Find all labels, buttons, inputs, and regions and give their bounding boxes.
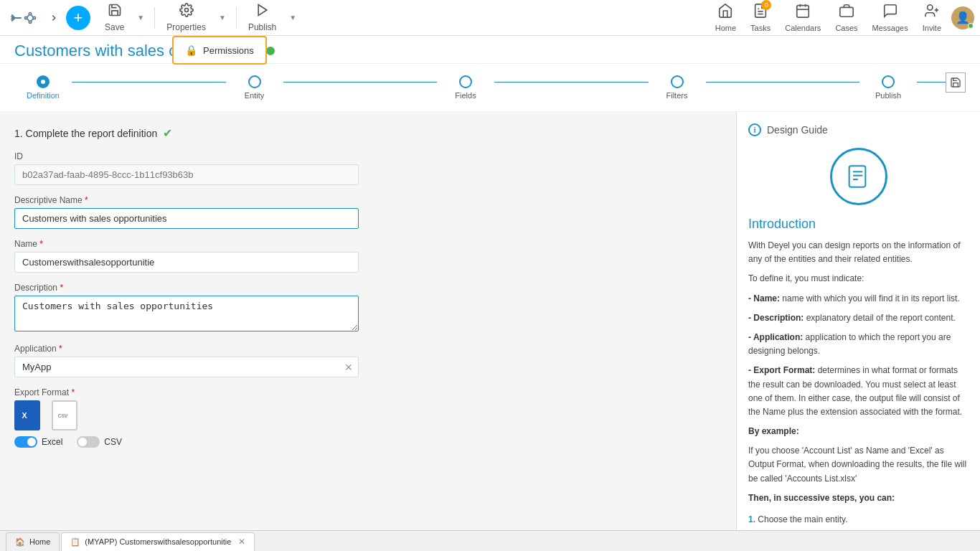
- wizard-step-definition[interactable]: Definition: [14, 75, 72, 100]
- properties-label: Properties: [166, 22, 206, 32]
- bottom-tab-report-label: (MYAPP) Customerswithsalesopportunitie: [85, 537, 231, 546]
- name-input[interactable]: [14, 252, 359, 273]
- wizard-step-fields[interactable]: Fields: [437, 75, 494, 100]
- toolbar-right: Home 0 Tasks: [711, 1, 974, 34]
- form-group-description: Description *: [14, 283, 722, 334]
- svg-line-4: [27, 14, 29, 17]
- invite-nav-button[interactable]: Invite: [918, 1, 946, 34]
- invite-icon: [924, 3, 940, 22]
- page-title: Customers with sales opportunities: [14, 42, 966, 63]
- excel-toggle-label: Excel: [42, 437, 62, 447]
- calendars-nav-button[interactable]: Calendars: [781, 1, 825, 34]
- save-dropdown-button[interactable]: ▼: [133, 11, 149, 24]
- wizard-line-4: [706, 82, 860, 83]
- description-label: Description *: [14, 283, 722, 293]
- name-label: Name *: [14, 239, 722, 249]
- wizard-save-icon[interactable]: [946, 72, 966, 93]
- bottom-tab-report[interactable]: 📋 (MYAPP) Customerswithsalesopportunitie…: [61, 532, 255, 551]
- properties-icon: [179, 3, 194, 21]
- wizard-step-circle-definition: [37, 75, 50, 88]
- wizard-line-1: [72, 82, 226, 83]
- avatar[interactable]: 👤: [951, 6, 974, 29]
- save-button[interactable]: Save: [99, 0, 130, 35]
- wizard-step-circle-filters: [671, 75, 684, 88]
- wizard-step-label-filters: Filters: [666, 91, 688, 100]
- tasks-badge: 0: [761, 0, 771, 10]
- permissions-label: Permissions: [203, 45, 254, 56]
- svg-line-5: [32, 14, 34, 17]
- calendars-nav-label: Calendars: [785, 24, 821, 32]
- back-nav-button[interactable]: [6, 8, 42, 28]
- svg-marker-9: [258, 5, 267, 16]
- wizard-step-label-publish: Publish: [875, 91, 901, 100]
- excel-icon: X: [14, 400, 40, 430]
- export-icons: X CSV: [14, 400, 722, 430]
- check-icon: ✔: [163, 126, 172, 140]
- csv-export-item: CSV: [52, 400, 77, 430]
- tasks-nav-button[interactable]: 0 Tasks: [746, 1, 775, 34]
- svg-point-1: [29, 12, 31, 14]
- bottom-tab-close-button[interactable]: ✕: [238, 537, 245, 547]
- home-nav-label: Home: [715, 24, 736, 32]
- csv-toggle[interactable]: [77, 436, 100, 448]
- guide-example: By example:: [748, 425, 969, 438]
- form-area: 1. Complete the report definition ✔ ID D…: [0, 112, 736, 530]
- guide-bullet2: - Description: explanatory detail of the…: [748, 311, 969, 325]
- application-select-wrap: ✕: [14, 357, 359, 377]
- add-button[interactable]: +: [66, 6, 90, 30]
- required-star-5: *: [71, 387, 75, 397]
- svg-point-2: [33, 17, 35, 19]
- application-input[interactable]: [14, 357, 359, 377]
- wizard-line-2: [283, 82, 438, 83]
- toggle-row: Excel CSV: [14, 436, 722, 448]
- id-input[interactable]: [14, 164, 359, 185]
- description-textarea[interactable]: [14, 296, 359, 331]
- guide-example-text: If you choose 'Account List' as Name and…: [748, 444, 969, 486]
- home-icon: [717, 3, 733, 22]
- cases-icon: [839, 3, 854, 22]
- id-label: ID: [14, 151, 722, 161]
- publish-button[interactable]: Publish: [242, 0, 282, 35]
- wizard-step-entity[interactable]: Entity: [226, 75, 283, 100]
- publish-dropdown-button[interactable]: ▼: [285, 11, 301, 24]
- home-nav-button[interactable]: Home: [711, 1, 740, 34]
- separator-2: [236, 7, 237, 29]
- permissions-dropdown[interactable]: 🔒 Permissions: [172, 36, 267, 65]
- toolbar: + Save ▼ Properties: [0, 0, 980, 36]
- design-guide-title-text: Design Guide: [767, 124, 828, 136]
- guide-para2: To define it, you must indicate:: [748, 272, 969, 286]
- publish-label: Publish: [248, 22, 276, 32]
- guide-para1: With Deyel you can design reports on the…: [748, 239, 969, 266]
- wizard-step-publish[interactable]: Publish: [859, 75, 917, 100]
- tasks-icon: 0: [753, 3, 768, 22]
- invite-nav-label: Invite: [923, 24, 941, 32]
- wizard-step-filters[interactable]: Filters: [649, 75, 706, 100]
- descriptive-name-input[interactable]: [14, 208, 359, 229]
- bottom-tab-home[interactable]: 🏠 Home: [6, 532, 60, 551]
- excel-toggle[interactable]: [14, 436, 37, 448]
- excel-export-item: X: [14, 400, 40, 430]
- svg-point-0: [25, 17, 27, 19]
- svg-point-8: [184, 9, 188, 12]
- csv-toggle-label: CSV: [104, 437, 122, 447]
- tasks-nav-label: Tasks: [750, 24, 771, 32]
- excel-toggle-item: Excel: [14, 436, 62, 448]
- properties-dropdown-button[interactable]: ▼: [215, 11, 230, 24]
- wizard-steps: Definition Entity Fields Filters Publish: [0, 64, 980, 112]
- form-group-name: Name *: [14, 239, 722, 273]
- form-group-export: Export Format * X CSV: [14, 387, 722, 448]
- properties-button[interactable]: Properties: [161, 0, 212, 35]
- cases-nav-button[interactable]: Cases: [831, 1, 862, 34]
- svg-rect-16: [840, 7, 853, 17]
- save-label: Save: [105, 22, 124, 32]
- csv-icon: CSV: [52, 400, 77, 430]
- application-clear-button[interactable]: ✕: [344, 362, 353, 373]
- page-header: Customers with sales opportunities: [0, 36, 980, 64]
- cases-nav-label: Cases: [835, 24, 857, 32]
- bottom-tab-bar: 🏠 Home 📋 (MYAPP) Customerswithsalesoppor…: [0, 530, 980, 551]
- form-group-id: ID: [14, 151, 722, 185]
- descriptive-name-label: Descriptive Name *: [14, 195, 722, 205]
- design-guide-title: i Design Guide: [748, 123, 969, 136]
- forward-nav-button[interactable]: [44, 10, 63, 26]
- messages-nav-button[interactable]: Messages: [868, 1, 913, 34]
